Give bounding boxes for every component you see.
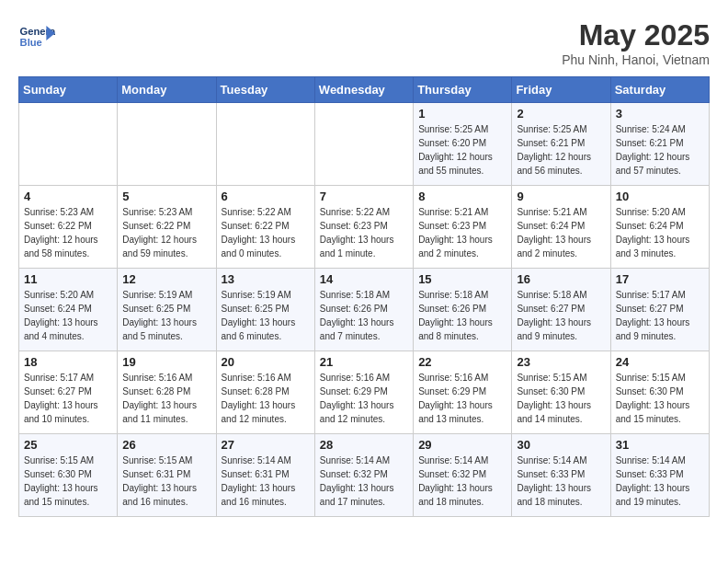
day-info: Sunrise: 5:18 AMSunset: 6:26 PMDaylight:…	[320, 288, 408, 343]
day-info: Sunrise: 5:16 AMSunset: 6:28 PMDaylight:…	[222, 371, 310, 426]
day-info: Sunrise: 5:15 AMSunset: 6:30 PMDaylight:…	[517, 371, 605, 426]
day-info: Sunrise: 5:14 AMSunset: 6:32 PMDaylight:…	[418, 454, 506, 509]
day-number: 31	[616, 438, 704, 452]
day-info: Sunrise: 5:21 AMSunset: 6:23 PMDaylight:…	[418, 205, 506, 260]
calendar-cell: 15Sunrise: 5:18 AMSunset: 6:26 PMDayligh…	[414, 269, 512, 351]
day-info: Sunrise: 5:24 AMSunset: 6:21 PMDaylight:…	[616, 122, 704, 178]
title-block: May 2025 Phu Ninh, Hanoi, Vietnam	[562, 18, 710, 67]
day-number: 12	[122, 272, 210, 286]
day-of-week-header: Saturday	[610, 77, 709, 103]
day-number: 29	[418, 438, 506, 452]
day-info: Sunrise: 5:20 AMSunset: 6:24 PMDaylight:…	[24, 288, 112, 343]
calendar-cell	[314, 103, 413, 186]
day-info: Sunrise: 5:21 AMSunset: 6:24 PMDaylight:…	[517, 205, 605, 260]
calendar-cell	[118, 103, 216, 186]
calendar-cell: 22Sunrise: 5:16 AMSunset: 6:29 PMDayligh…	[414, 351, 512, 434]
day-info: Sunrise: 5:17 AMSunset: 6:27 PMDaylight:…	[24, 371, 112, 426]
day-number: 15	[418, 272, 506, 286]
day-number: 9	[517, 190, 605, 203]
day-of-week-header: Monday	[118, 77, 216, 103]
day-info: Sunrise: 5:14 AMSunset: 6:31 PMDaylight:…	[222, 454, 310, 509]
day-number: 13	[222, 272, 310, 286]
day-number: 2	[517, 107, 605, 121]
day-info: Sunrise: 5:18 AMSunset: 6:27 PMDaylight:…	[517, 288, 605, 343]
svg-text:Blue: Blue	[20, 37, 42, 48]
day-number: 14	[320, 272, 408, 286]
day-info: Sunrise: 5:15 AMSunset: 6:31 PMDaylight:…	[122, 454, 210, 509]
calendar-body: 1Sunrise: 5:25 AMSunset: 6:20 PMDaylight…	[19, 103, 710, 517]
day-number: 6	[222, 190, 310, 203]
calendar-week-row: 11Sunrise: 5:20 AMSunset: 6:24 PMDayligh…	[19, 269, 710, 351]
day-info: Sunrise: 5:23 AMSunset: 6:22 PMDaylight:…	[122, 205, 210, 260]
calendar-cell: 12Sunrise: 5:19 AMSunset: 6:25 PMDayligh…	[118, 269, 216, 351]
day-number: 24	[616, 355, 704, 369]
calendar-header-row: SundayMondayTuesdayWednesdayThursdayFrid…	[19, 77, 710, 103]
day-info: Sunrise: 5:25 AMSunset: 6:20 PMDaylight:…	[418, 122, 506, 178]
calendar-week-row: 1Sunrise: 5:25 AMSunset: 6:20 PMDaylight…	[19, 103, 710, 186]
calendar-cell: 24Sunrise: 5:15 AMSunset: 6:30 PMDayligh…	[610, 351, 709, 434]
calendar-cell	[19, 103, 118, 186]
calendar-cell	[216, 103, 314, 186]
calendar-cell: 6Sunrise: 5:22 AMSunset: 6:22 PMDaylight…	[216, 186, 314, 269]
day-number: 20	[222, 355, 310, 369]
calendar-cell: 29Sunrise: 5:14 AMSunset: 6:32 PMDayligh…	[414, 434, 512, 517]
day-info: Sunrise: 5:15 AMSunset: 6:30 PMDaylight:…	[616, 371, 704, 426]
calendar-cell: 8Sunrise: 5:21 AMSunset: 6:23 PMDaylight…	[414, 186, 512, 269]
day-info: Sunrise: 5:14 AMSunset: 6:32 PMDaylight:…	[320, 454, 408, 509]
calendar-cell: 21Sunrise: 5:16 AMSunset: 6:29 PMDayligh…	[314, 351, 413, 434]
location: Phu Ninh, Hanoi, Vietnam	[562, 52, 710, 67]
day-number: 28	[320, 438, 408, 452]
calendar-cell: 4Sunrise: 5:23 AMSunset: 6:22 PMDaylight…	[19, 186, 118, 269]
day-info: Sunrise: 5:22 AMSunset: 6:22 PMDaylight:…	[222, 205, 310, 260]
calendar-cell: 17Sunrise: 5:17 AMSunset: 6:27 PMDayligh…	[610, 269, 709, 351]
calendar-table: SundayMondayTuesdayWednesdayThursdayFrid…	[18, 76, 710, 517]
calendar-cell: 28Sunrise: 5:14 AMSunset: 6:32 PMDayligh…	[314, 434, 413, 517]
calendar-cell: 3Sunrise: 5:24 AMSunset: 6:21 PMDaylight…	[610, 103, 709, 186]
calendar-cell: 20Sunrise: 5:16 AMSunset: 6:28 PMDayligh…	[216, 351, 314, 434]
day-number: 5	[122, 190, 210, 203]
day-info: Sunrise: 5:25 AMSunset: 6:21 PMDaylight:…	[517, 122, 605, 178]
day-number: 21	[320, 355, 408, 369]
calendar-cell: 1Sunrise: 5:25 AMSunset: 6:20 PMDaylight…	[414, 103, 512, 186]
calendar-cell: 2Sunrise: 5:25 AMSunset: 6:21 PMDaylight…	[512, 103, 610, 186]
day-info: Sunrise: 5:19 AMSunset: 6:25 PMDaylight:…	[122, 288, 210, 343]
day-number: 23	[517, 355, 605, 369]
calendar-cell: 19Sunrise: 5:16 AMSunset: 6:28 PMDayligh…	[118, 351, 216, 434]
day-number: 25	[24, 438, 112, 452]
calendar-cell: 10Sunrise: 5:20 AMSunset: 6:24 PMDayligh…	[610, 186, 709, 269]
day-of-week-header: Sunday	[19, 77, 118, 103]
day-number: 17	[616, 272, 704, 286]
logo-icon: General Blue	[18, 18, 55, 55]
calendar-cell: 11Sunrise: 5:20 AMSunset: 6:24 PMDayligh…	[19, 269, 118, 351]
day-info: Sunrise: 5:15 AMSunset: 6:30 PMDaylight:…	[24, 454, 112, 509]
day-number: 30	[517, 438, 605, 452]
calendar-cell: 7Sunrise: 5:22 AMSunset: 6:23 PMDaylight…	[314, 186, 413, 269]
day-of-week-header: Tuesday	[216, 77, 314, 103]
day-info: Sunrise: 5:16 AMSunset: 6:28 PMDaylight:…	[122, 371, 210, 426]
calendar-week-row: 25Sunrise: 5:15 AMSunset: 6:30 PMDayligh…	[19, 434, 710, 517]
calendar-week-row: 4Sunrise: 5:23 AMSunset: 6:22 PMDaylight…	[19, 186, 710, 269]
day-info: Sunrise: 5:22 AMSunset: 6:23 PMDaylight:…	[320, 205, 408, 260]
day-info: Sunrise: 5:14 AMSunset: 6:33 PMDaylight:…	[616, 454, 704, 509]
day-number: 3	[616, 107, 704, 121]
calendar-cell: 5Sunrise: 5:23 AMSunset: 6:22 PMDaylight…	[118, 186, 216, 269]
day-info: Sunrise: 5:17 AMSunset: 6:27 PMDaylight:…	[616, 288, 704, 343]
calendar-cell: 27Sunrise: 5:14 AMSunset: 6:31 PMDayligh…	[216, 434, 314, 517]
page-header: General Blue May 2025 Phu Ninh, Hanoi, V…	[18, 18, 710, 67]
calendar-cell: 30Sunrise: 5:14 AMSunset: 6:33 PMDayligh…	[512, 434, 610, 517]
day-of-week-header: Friday	[512, 77, 610, 103]
calendar-cell: 25Sunrise: 5:15 AMSunset: 6:30 PMDayligh…	[19, 434, 118, 517]
day-number: 11	[24, 272, 112, 286]
day-of-week-header: Thursday	[414, 77, 512, 103]
calendar-cell: 14Sunrise: 5:18 AMSunset: 6:26 PMDayligh…	[314, 269, 413, 351]
day-number: 1	[418, 107, 506, 121]
day-info: Sunrise: 5:18 AMSunset: 6:26 PMDaylight:…	[418, 288, 506, 343]
day-info: Sunrise: 5:16 AMSunset: 6:29 PMDaylight:…	[320, 371, 408, 426]
day-number: 7	[320, 190, 408, 203]
month-title: May 2025	[562, 18, 710, 52]
day-info: Sunrise: 5:14 AMSunset: 6:33 PMDaylight:…	[517, 454, 605, 509]
calendar-week-row: 18Sunrise: 5:17 AMSunset: 6:27 PMDayligh…	[19, 351, 710, 434]
day-info: Sunrise: 5:16 AMSunset: 6:29 PMDaylight:…	[418, 371, 506, 426]
day-of-week-header: Wednesday	[314, 77, 413, 103]
day-info: Sunrise: 5:20 AMSunset: 6:24 PMDaylight:…	[616, 205, 704, 260]
